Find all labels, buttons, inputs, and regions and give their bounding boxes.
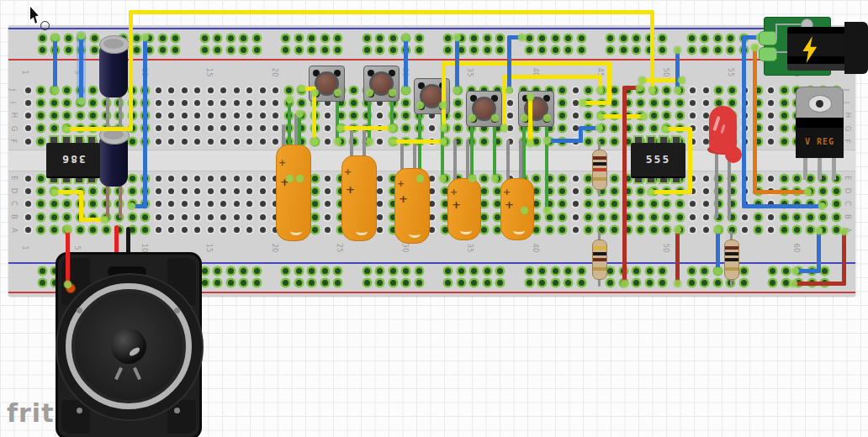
- breadboard-hole[interactable]: [156, 87, 161, 93]
- breadboard-hole[interactable]: [168, 214, 174, 220]
- wire-red-power[interactable]: [622, 86, 627, 286]
- breadboard-hole[interactable]: [781, 113, 787, 118]
- power-rail-hole[interactable]: [458, 47, 464, 53]
- breadboard-hole[interactable]: [533, 227, 539, 233]
- polarized-capacitor-2[interactable]: ++: [341, 155, 377, 241]
- breadboard-hole[interactable]: [559, 113, 565, 118]
- breadboard-hole[interactable]: [573, 201, 579, 207]
- power-rail-hole[interactable]: [202, 268, 208, 274]
- breadboard-hole[interactable]: [90, 87, 96, 93]
- power-rail-hole[interactable]: [701, 47, 707, 53]
- breadboard-hole[interactable]: [611, 87, 617, 93]
- breadboard-hole[interactable]: [638, 214, 643, 220]
- breadboard-hole[interactable]: [742, 214, 748, 220]
- breadboard-hole[interactable]: [194, 87, 200, 93]
- breadboard-hole[interactable]: [677, 100, 683, 106]
- breadboard-hole[interactable]: [234, 87, 240, 93]
- breadboard-hole[interactable]: [182, 139, 188, 145]
- breadboard-hole[interactable]: [156, 227, 161, 233]
- breadboard-hole[interactable]: [481, 227, 487, 233]
- power-rail-hole[interactable]: [553, 280, 558, 286]
- breadboard-hole[interactable]: [51, 113, 57, 118]
- breadboard-hole[interactable]: [312, 227, 318, 233]
- power-rail-hole[interactable]: [228, 268, 234, 274]
- power-rail-hole[interactable]: [146, 47, 152, 53]
- breadboard-hole[interactable]: [142, 214, 148, 220]
- power-rail-hole[interactable]: [335, 268, 341, 274]
- breadboard-hole[interactable]: [481, 139, 487, 145]
- power-rail-hole[interactable]: [283, 268, 288, 274]
- breadboard-hole[interactable]: [573, 176, 579, 182]
- breadboard-hole[interactable]: [64, 100, 70, 106]
- power-rail-hole[interactable]: [202, 35, 208, 41]
- breadboard-hole[interactable]: [156, 125, 161, 131]
- breadboard-hole[interactable]: [246, 100, 252, 106]
- breadboard-hole[interactable]: [703, 201, 709, 207]
- power-rail-hole[interactable]: [254, 35, 260, 41]
- lead-ecap2-a[interactable]: [106, 182, 109, 218]
- breadboard-hole[interactable]: [351, 100, 357, 106]
- breadboard-hole[interactable]: [168, 188, 174, 194]
- breadboard-hole[interactable]: [142, 227, 148, 233]
- breadboard-hole[interactable]: [403, 100, 409, 106]
- breadboard-hole[interactable]: [168, 139, 174, 145]
- power-rail-hole[interactable]: [364, 280, 370, 286]
- breadboard-hole[interactable]: [130, 214, 135, 220]
- power-rail-hole[interactable]: [335, 47, 341, 53]
- wire-yellow-long-top[interactable]: [64, 127, 133, 131]
- power-rail-hole[interactable]: [715, 35, 721, 41]
- power-rail-hole[interactable]: [92, 47, 98, 53]
- breadboard-hole[interactable]: [130, 188, 135, 194]
- power-rail-hole[interactable]: [607, 47, 613, 53]
- breadboard-hole[interactable]: [807, 227, 813, 233]
- wire-blue-6[interactable]: [507, 35, 511, 92]
- power-rail-hole[interactable]: [254, 280, 260, 286]
- power-rail-hole[interactable]: [607, 35, 613, 41]
- breadboard-hole[interactable]: [208, 188, 214, 194]
- breadboard-hole[interactable]: [429, 188, 435, 194]
- power-rail-hole[interactable]: [445, 268, 451, 274]
- wire-yellow-555[interactable]: [688, 127, 692, 194]
- breadboard-hole[interactable]: [246, 125, 252, 131]
- breadboard-hole[interactable]: [156, 113, 161, 118]
- breadboard-hole[interactable]: [168, 100, 174, 106]
- wire-blue-3[interactable]: [143, 35, 147, 208]
- breadboard-hole[interactable]: [481, 188, 487, 194]
- breadboard-hole[interactable]: [194, 113, 200, 118]
- breadboard-hole[interactable]: [533, 188, 539, 194]
- breadboard-hole[interactable]: [585, 87, 591, 93]
- breadboard-hole[interactable]: [781, 139, 787, 145]
- breadboard-hole[interactable]: [429, 201, 435, 207]
- breadboard-hole[interactable]: [168, 227, 174, 233]
- breadboard-hole[interactable]: [156, 201, 161, 207]
- push-button-4[interactable]: [466, 91, 502, 127]
- power-rail-hole[interactable]: [715, 280, 721, 286]
- breadboard-hole[interactable]: [820, 214, 826, 220]
- breadboard-hole[interactable]: [260, 201, 266, 207]
- power-rail-hole[interactable]: [283, 35, 288, 41]
- power-rail-hole[interactable]: [579, 280, 585, 286]
- breadboard-hole[interactable]: [312, 188, 318, 194]
- ic-386-amplifier[interactable]: 386: [46, 143, 100, 178]
- power-rail-hole[interactable]: [445, 35, 451, 41]
- breadboard-hole[interactable]: [234, 201, 240, 207]
- power-rail-hole[interactable]: [160, 35, 166, 41]
- power-rail-hole[interactable]: [565, 47, 571, 53]
- breadboard-hole[interactable]: [182, 87, 188, 93]
- breadboard-hole[interactable]: [208, 176, 214, 182]
- breadboard-hole[interactable]: [246, 113, 252, 118]
- breadboard-hole[interactable]: [611, 100, 617, 106]
- breadboard-hole[interactable]: [547, 214, 553, 220]
- breadboard-hole[interactable]: [234, 113, 240, 118]
- power-rail-hole[interactable]: [92, 35, 98, 41]
- power-rail-hole[interactable]: [458, 268, 464, 274]
- breadboard-hole[interactable]: [690, 214, 696, 220]
- power-rail-hole[interactable]: [770, 268, 775, 274]
- breadboard-hole[interactable]: [194, 188, 200, 194]
- breadboard-hole[interactable]: [377, 113, 383, 118]
- breadboard-hole[interactable]: [51, 227, 57, 233]
- wire-blue-battery[interactable]: [742, 35, 746, 208]
- breadboard-hole[interactable]: [573, 113, 579, 118]
- power-rail-hole[interactable]: [214, 35, 220, 41]
- breadboard-hole[interactable]: [168, 125, 174, 131]
